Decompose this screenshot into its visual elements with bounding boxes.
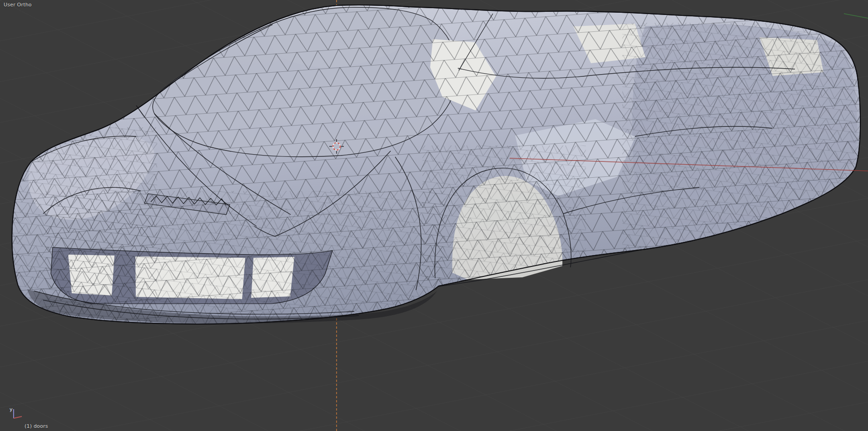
gizmo-axis-label: y [10, 406, 13, 412]
view-label: User Ortho [4, 2, 32, 8]
viewport-canvas: y [0, 0, 868, 431]
status-object-label: (1) doors [25, 423, 48, 429]
wireframe-fine-front-bumper [45, 191, 445, 327]
3d-viewport[interactable]: y User Ortho (1) doors [0, 0, 868, 431]
